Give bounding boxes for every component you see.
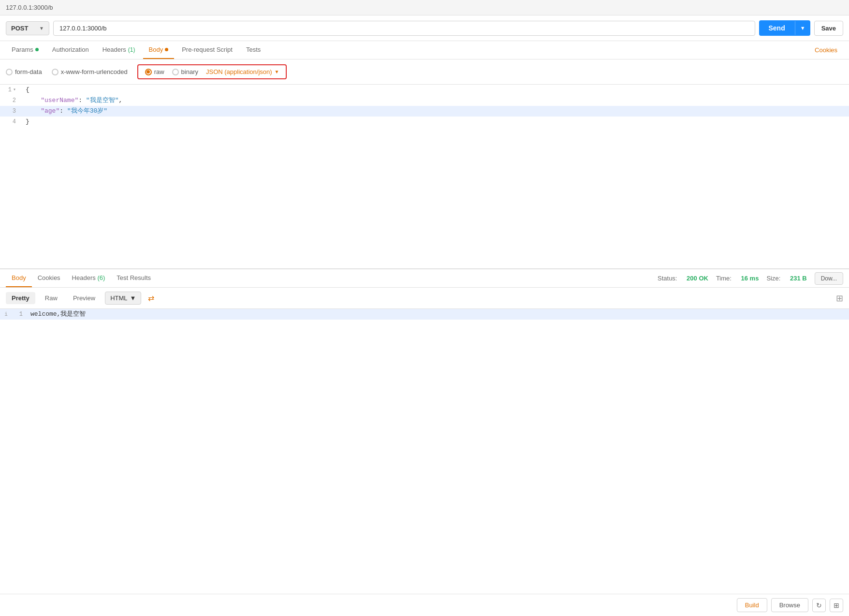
tab-headers-label: Headers xyxy=(102,46,126,53)
grid-icon: ⊞ xyxy=(834,601,839,609)
line-content-4: } xyxy=(22,117,849,127)
resp-toolbar-right: ⊞ xyxy=(836,293,843,304)
resp-line-1: i 1 welcome,我是空智 xyxy=(0,309,849,320)
line-num-3: 3 xyxy=(0,106,22,117)
body-dot xyxy=(165,48,168,51)
resp-size-prefix: Size: xyxy=(766,275,782,282)
browse-label: Browse xyxy=(779,601,800,609)
body-type-bar: form-data x-www-form-urlencoded raw bina… xyxy=(0,59,849,85)
resp-status-value: 200 OK xyxy=(687,275,708,282)
tab-cookies-label: Cookies xyxy=(815,46,837,54)
resp-tab-headers-label: Headers xyxy=(72,274,96,281)
build-button[interactable]: Build xyxy=(737,598,767,612)
code-line-2: 2 "userName": "我是空智", xyxy=(0,95,849,106)
line-content-3: "age": "我今年30岁" xyxy=(22,106,849,117)
fold-arrow-1[interactable]: ▾ xyxy=(13,85,16,95)
download-button[interactable]: Dow... xyxy=(815,272,843,285)
radio-form-data-label: form-data xyxy=(15,68,42,75)
headers-badge: (1) xyxy=(128,46,135,53)
wrap-icon: ⇄ xyxy=(148,294,154,302)
tab-authorization[interactable]: Authorization xyxy=(46,41,95,59)
response-tabs-row: Body Cookies Headers (6) Test Results St… xyxy=(0,269,849,288)
method-label: POST xyxy=(11,25,28,32)
radio-binary[interactable]: binary xyxy=(172,68,198,75)
tab-cookies[interactable]: Cookies xyxy=(809,42,843,59)
refresh-button[interactable]: ↻ xyxy=(812,599,826,612)
save-button[interactable]: Save xyxy=(814,21,843,36)
download-label: Dow... xyxy=(821,275,837,282)
code-line-1: 1 ▾ { xyxy=(0,85,849,95)
resp-time-prefix: Time: xyxy=(716,275,733,282)
resp-headers-badge: (6) xyxy=(97,274,105,281)
resp-view-preview[interactable]: Preview xyxy=(67,292,101,304)
resp-line-num-1: 1 xyxy=(12,309,27,320)
json-type-selector[interactable]: JSON (application/json) ▼ xyxy=(206,68,279,75)
app-container: 127.0.0.1:3000/b POST ▼ Send ▼ Save Para… xyxy=(0,0,849,616)
tab-params-label: Params xyxy=(12,46,33,53)
radio-binary-label: binary xyxy=(181,68,198,75)
response-output: i 1 welcome,我是空智 xyxy=(0,309,849,320)
resp-view-raw[interactable]: Raw xyxy=(39,292,63,304)
send-dropdown-icon[interactable]: ▼ xyxy=(795,21,810,35)
send-button[interactable]: Send ▼ xyxy=(759,20,810,36)
radio-raw[interactable]: raw xyxy=(145,68,164,75)
url-bar-text: 127.0.0.1:3000/b xyxy=(6,4,53,11)
tab-headers[interactable]: Headers (1) xyxy=(97,41,141,59)
method-selector[interactable]: POST ▼ xyxy=(6,21,49,35)
grid-button[interactable]: ⊞ xyxy=(830,599,843,612)
line-content-1: { xyxy=(22,85,849,95)
radio-form-data[interactable]: form-data xyxy=(6,68,42,75)
resp-format-label: HTML xyxy=(110,294,127,302)
code-line-4: 4 } xyxy=(0,117,849,127)
code-editor[interactable]: 1 ▾ { 2 "userName": "我是空智", 3 "age": "我今… xyxy=(0,85,849,268)
request-tabs: Params Authorization Headers (1) Body Pr… xyxy=(0,41,849,59)
url-input[interactable] xyxy=(53,21,755,36)
json-type-label: JSON (application/json) xyxy=(206,68,272,75)
tab-prerequest[interactable]: Pre-request Script xyxy=(176,41,238,59)
resp-tab-body[interactable]: Body xyxy=(6,269,32,287)
resp-line-content-1: welcome,我是空智 xyxy=(27,309,89,320)
bottom-bar: Build Browse ↻ ⊞ xyxy=(0,594,849,616)
resp-view-pretty[interactable]: Pretty xyxy=(6,292,35,304)
resp-tab-headers[interactable]: Headers (6) xyxy=(66,269,111,287)
line-num-1: 1 ▾ xyxy=(0,85,22,95)
request-row: POST ▼ Send ▼ Save xyxy=(0,15,849,41)
tab-body-label: Body xyxy=(149,46,163,53)
browse-button[interactable]: Browse xyxy=(771,598,808,612)
save-label: Save xyxy=(821,25,836,32)
method-chevron-icon: ▼ xyxy=(39,26,44,31)
url-bar: 127.0.0.1:3000/b xyxy=(0,0,849,15)
radio-urlencoded-label: x-www-form-urlencoded xyxy=(61,68,128,75)
code-line-3: 3 "age": "我今年30岁" xyxy=(0,106,849,117)
tab-params[interactable]: Params xyxy=(6,41,44,59)
resp-tab-testresults[interactable]: Test Results xyxy=(111,269,157,287)
resp-sidebar-icon[interactable]: ⊞ xyxy=(836,293,843,303)
tab-tests-label: Tests xyxy=(246,46,261,53)
resp-info-icon: i xyxy=(0,309,12,320)
resp-status-area: Status: 200 OK Time: 16 ms Size: 231 B D… xyxy=(658,272,843,285)
send-label: Send xyxy=(759,20,795,36)
resp-tab-cookies-label: Cookies xyxy=(38,274,60,281)
line-num-2: 2 xyxy=(0,95,22,106)
tab-body[interactable]: Body xyxy=(143,41,175,59)
radio-raw-circle xyxy=(145,69,152,75)
tab-tests[interactable]: Tests xyxy=(240,41,266,59)
wrap-button[interactable]: ⇄ xyxy=(145,292,157,305)
response-section: Body Cookies Headers (6) Test Results St… xyxy=(0,268,849,320)
resp-format-chevron-icon: ▼ xyxy=(130,294,136,302)
resp-time-value: 16 ms xyxy=(741,275,759,282)
radio-raw-label: raw xyxy=(154,68,164,75)
resp-tab-testresults-label: Test Results xyxy=(117,274,151,281)
radio-form-data-circle xyxy=(6,69,13,75)
resp-tab-cookies[interactable]: Cookies xyxy=(32,269,66,287)
radio-urlencoded[interactable]: x-www-form-urlencoded xyxy=(52,68,128,75)
build-label: Build xyxy=(745,601,759,609)
resp-size-value: 231 B xyxy=(790,275,807,282)
radio-urlencoded-circle xyxy=(52,69,59,75)
refresh-icon: ↻ xyxy=(816,601,822,609)
radio-binary-circle xyxy=(172,69,179,75)
line-content-2: "userName": "我是空智", xyxy=(22,95,849,106)
line-num-4: 4 xyxy=(0,117,22,127)
resp-format-selector[interactable]: HTML ▼ xyxy=(105,292,141,305)
resp-tab-body-label: Body xyxy=(12,274,26,281)
